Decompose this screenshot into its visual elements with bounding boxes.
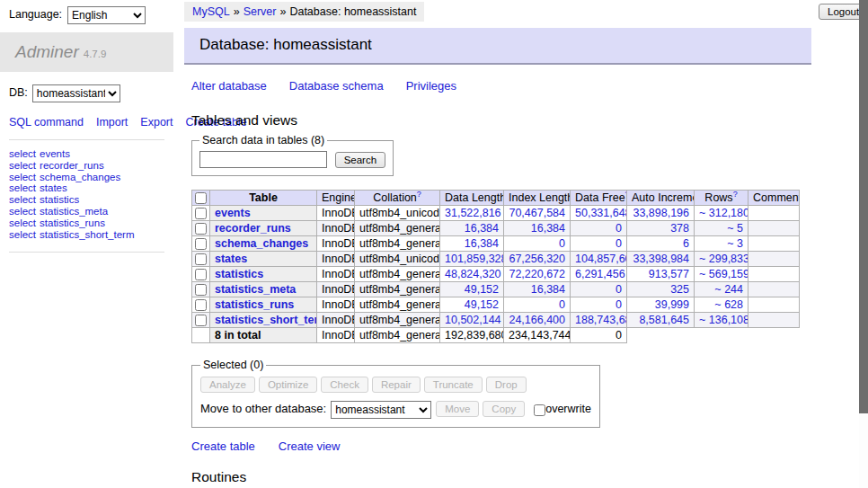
auto-increment-cell[interactable]: 913,577 bbox=[627, 267, 695, 282]
analyze-button[interactable]: Analyze bbox=[200, 377, 255, 393]
row-checkbox[interactable] bbox=[195, 253, 207, 265]
row-checkbox[interactable] bbox=[195, 315, 207, 326]
row-checkbox[interactable] bbox=[195, 223, 207, 235]
search-input[interactable] bbox=[199, 151, 327, 168]
index-length-cell[interactable]: 0 bbox=[504, 297, 571, 313]
table-name-link[interactable]: statistics_meta bbox=[215, 283, 296, 296]
select-link-statistics-runs[interactable]: select bbox=[9, 217, 36, 228]
select-link-statistics-meta[interactable]: select bbox=[9, 206, 36, 217]
rows-count-cell[interactable]: ~ 3 bbox=[695, 236, 748, 252]
select-link-statistics-short-term[interactable]: select bbox=[9, 229, 36, 240]
data-free-cell[interactable]: 50,331,648 bbox=[571, 206, 627, 221]
rows-count-cell[interactable]: ~ 136,108 bbox=[695, 313, 748, 328]
auto-increment-cell[interactable]: 325 bbox=[627, 282, 695, 297]
auto-increment-cell[interactable]: 33,398,984 bbox=[627, 252, 695, 267]
copy-button[interactable]: Copy bbox=[483, 401, 525, 417]
rows-count-cell[interactable]: ~ 628 bbox=[695, 297, 748, 313]
auto-increment-cell[interactable]: 378 bbox=[627, 221, 695, 236]
search-button[interactable]: Search bbox=[335, 152, 385, 168]
drop-button[interactable]: Drop bbox=[486, 377, 527, 393]
table-name-link[interactable]: events bbox=[215, 207, 251, 219]
auto-increment-cell[interactable]: 39,999 bbox=[627, 297, 695, 313]
index-length-cell[interactable]: 16,384 bbox=[504, 282, 571, 297]
row-checkbox[interactable] bbox=[195, 269, 207, 280]
sidebar-link-import[interactable]: Import bbox=[96, 116, 128, 129]
db-select[interactable]: homeassistant bbox=[32, 84, 120, 102]
index-length-cell[interactable]: 0 bbox=[504, 236, 571, 252]
data-length-cell[interactable]: 31,522,816 bbox=[440, 206, 504, 221]
repair-button[interactable]: Repair bbox=[372, 377, 421, 393]
rows-count-cell[interactable]: ~ 299,833 bbox=[695, 252, 748, 267]
table-name-link[interactable]: schema_changes bbox=[215, 237, 308, 250]
row-checkbox[interactable] bbox=[195, 299, 207, 311]
overwrite-checkbox[interactable] bbox=[534, 404, 545, 416]
row-checkbox[interactable] bbox=[195, 238, 207, 250]
table-link-schema-changes[interactable]: schema_changes bbox=[40, 172, 120, 182]
auto-increment-cell[interactable]: 6 bbox=[627, 236, 695, 252]
index-length-cell[interactable]: 72,220,672 bbox=[504, 267, 571, 282]
select-link-recorder-runs[interactable]: select bbox=[9, 160, 36, 171]
action-link-database-schema[interactable]: Database schema bbox=[289, 79, 384, 93]
table-name-link[interactable]: statistics_runs bbox=[215, 298, 294, 311]
table-link-statistics-meta[interactable]: statistics_meta bbox=[40, 206, 108, 217]
select-link-events[interactable]: select bbox=[9, 148, 36, 159]
rows-count-cell[interactable]: ~ 5 bbox=[695, 221, 748, 236]
data-free-cell[interactable]: 0 bbox=[571, 236, 627, 252]
move-db-select[interactable]: homeassistant bbox=[331, 401, 431, 419]
scrollbar-thumb[interactable] bbox=[859, 0, 868, 413]
index-length-cell[interactable]: 16,384 bbox=[504, 221, 571, 236]
row-checkbox[interactable] bbox=[195, 284, 207, 296]
sidebar-link-export[interactable]: Export bbox=[140, 116, 173, 129]
data-length-cell[interactable]: 16,384 bbox=[440, 236, 504, 252]
help-link-collation[interactable]: ? bbox=[417, 191, 421, 199]
select-link-states[interactable]: select bbox=[9, 182, 36, 193]
rows-count-cell[interactable]: ~ 244 bbox=[695, 282, 748, 297]
select-link-schema-changes[interactable]: select bbox=[9, 172, 36, 182]
data-free-cell[interactable]: 0 bbox=[571, 221, 627, 236]
table-link-recorder-runs[interactable]: recorder_runs bbox=[40, 160, 104, 171]
data-length-cell[interactable]: 48,824,320 bbox=[440, 267, 504, 282]
select-all-checkbox[interactable] bbox=[195, 192, 207, 204]
action-link-privileges[interactable]: Privileges bbox=[406, 79, 456, 93]
rows-count-cell[interactable]: ~ 569,159 bbox=[695, 267, 748, 282]
move-button[interactable]: Move bbox=[436, 401, 479, 417]
table-name-link[interactable]: states bbox=[215, 253, 247, 265]
select-link-statistics[interactable]: select bbox=[9, 194, 36, 205]
row-checkbox[interactable] bbox=[195, 208, 207, 219]
data-free-cell[interactable]: 0 bbox=[571, 297, 627, 313]
truncate-button[interactable]: Truncate bbox=[424, 377, 483, 393]
sidebar-link-sql-command[interactable]: SQL command bbox=[9, 116, 84, 129]
rows-count-cell[interactable]: ~ 312,180 bbox=[695, 206, 748, 221]
page-scrollbar[interactable] bbox=[859, 0, 868, 488]
table-link-states[interactable]: states bbox=[40, 182, 67, 193]
table-name-link[interactable]: recorder_runs bbox=[215, 222, 291, 235]
create-link-create-table[interactable]: Create table bbox=[191, 439, 255, 453]
breadcrumb-link-mysql[interactable]: MySQL bbox=[192, 5, 230, 18]
data-length-cell[interactable]: 16,384 bbox=[440, 221, 504, 236]
data-free-cell[interactable]: 104,857,600 bbox=[571, 252, 627, 267]
index-length-cell[interactable]: 67,256,320 bbox=[504, 252, 571, 267]
action-link-alter-database[interactable]: Alter database bbox=[191, 79, 267, 93]
data-length-cell[interactable]: 10,502,144 bbox=[440, 313, 504, 328]
data-length-cell[interactable]: 49,152 bbox=[440, 297, 504, 313]
index-length-cell[interactable]: 70,467,584 bbox=[504, 206, 571, 221]
auto-increment-cell[interactable]: 8,581,645 bbox=[627, 313, 695, 328]
table-name-link[interactable]: statistics bbox=[215, 268, 263, 280]
language-select[interactable]: English bbox=[67, 6, 146, 24]
table-link-statistics-short-term[interactable]: statistics_short_term bbox=[40, 229, 134, 240]
check-button[interactable]: Check bbox=[321, 377, 368, 393]
table-link-statistics-runs[interactable]: statistics_runs bbox=[40, 217, 105, 228]
data-free-cell[interactable]: 0 bbox=[571, 282, 627, 297]
create-link-create-view[interactable]: Create view bbox=[279, 439, 341, 453]
data-free-cell[interactable]: 188,743,680 bbox=[571, 313, 627, 328]
table-link-events[interactable]: events bbox=[40, 148, 70, 159]
table-link-statistics[interactable]: statistics bbox=[40, 194, 79, 205]
optimize-button[interactable]: Optimize bbox=[259, 377, 317, 393]
auto-increment-cell[interactable]: 33,898,196 bbox=[627, 206, 695, 221]
index-length-cell[interactable]: 24,166,400 bbox=[504, 313, 571, 328]
data-length-cell[interactable]: 49,152 bbox=[440, 282, 504, 297]
breadcrumb-link-server[interactable]: Server bbox=[244, 5, 277, 18]
table-name-link[interactable]: statistics_short_term bbox=[215, 314, 317, 326]
data-free-cell[interactable]: 6,291,456 bbox=[571, 267, 627, 282]
data-length-cell[interactable]: 101,859,328 bbox=[440, 252, 504, 267]
